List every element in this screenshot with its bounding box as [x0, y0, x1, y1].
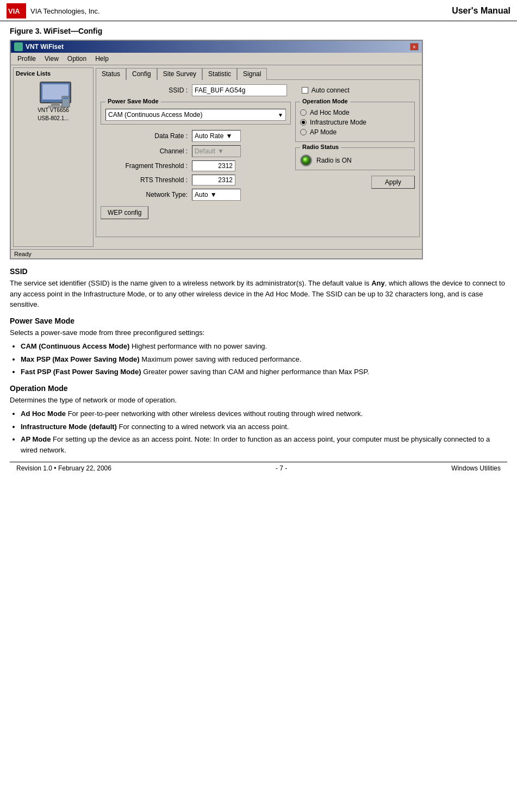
list-item: Max PSP (Max Power Saving Mode) Maximum … — [21, 354, 507, 365]
auto-connect-checkbox[interactable] — [302, 87, 308, 94]
ssid-row: SSID : Auto connect — [101, 84, 415, 96]
radio-status-group: Radio Status — [295, 147, 415, 170]
svg-point-9 — [304, 158, 307, 161]
company-name: VIA Technologies, Inc. — [30, 7, 100, 15]
list-item: CAM (Continuous Access Mode) Highest per… — [21, 341, 507, 352]
radio-status-inner: Radio is ON — [300, 154, 410, 166]
channel-value: Default — [195, 147, 215, 155]
right-column: Operation Mode Ad Hoc Mode Infrastructur… — [295, 100, 415, 219]
power-save-select[interactable]: CAM (Continuous Access Mode) ▼ — [105, 109, 286, 121]
footer-revision: Revision 1.0 • February 22, 2006 — [16, 464, 111, 472]
cam-term: CAM (Continuous Access Mode) — [21, 342, 129, 350]
power-save-intro: Selects a power-save mode from three pre… — [10, 327, 507, 338]
ap-term: AP Mode — [21, 435, 51, 443]
bottom-buttons: WEP config — [101, 206, 291, 219]
channel-label: Channel : — [101, 147, 188, 155]
maxpsp-term: Max PSP (Max Power Saving Mode) — [21, 355, 140, 363]
window-body: Device Lists — [11, 65, 422, 249]
page-header: VIA VIA Technologies, Inc. User's Manual — [0, 0, 517, 21]
fastpsp-term: Fast PSP (Fast Power Saving Mode) — [21, 368, 141, 376]
network-type-select[interactable]: Auto ▼ — [192, 189, 241, 201]
menu-help[interactable]: Help — [91, 54, 113, 64]
fastpsp-text: Greater power saving than CAM and higher… — [141, 368, 370, 376]
window-title: VNT WiFiset — [26, 43, 64, 51]
svg-rect-7 — [63, 97, 68, 99]
fragment-threshold-row: Fragment Threshold : — [101, 160, 291, 171]
data-rate-value: Auto Rate — [195, 132, 223, 140]
ssid-heading: SSID — [10, 267, 507, 276]
device-lists-panel: Device Lists — [13, 67, 94, 247]
ap-mode-radio[interactable] — [300, 129, 307, 135]
cam-text: Highest performance with no power saving… — [129, 342, 267, 350]
window-icon — [14, 42, 23, 51]
power-save-value: CAM (Continuous Access Mode) — [108, 111, 202, 119]
menu-profile[interactable]: Profile — [13, 54, 40, 64]
operation-mode-legend: Operation Mode — [300, 98, 350, 104]
menu-option[interactable]: Option — [63, 54, 91, 64]
operation-mode-section: Operation Mode Determines the type of ne… — [10, 384, 507, 456]
ap-text: For setting up the device as an access p… — [21, 435, 490, 454]
adhoc-term: Ad Hoc Mode — [21, 410, 66, 418]
fragment-threshold-label: Fragment Threshold : — [101, 162, 188, 170]
ssid-bold-any: Any — [371, 279, 385, 287]
list-item: Ad Hoc Mode For peer-to-peer networking … — [21, 408, 507, 419]
page-title: User's Manual — [452, 6, 510, 16]
power-save-arrow: ▼ — [278, 112, 283, 118]
power-save-heading: Power Save Mode — [10, 317, 507, 325]
close-button[interactable]: × — [410, 43, 419, 51]
footer-page: - 7 - — [276, 464, 287, 472]
channel-arrow: ▼ — [217, 147, 224, 155]
tab-site-survey[interactable]: Site Survey — [157, 68, 202, 80]
menu-view[interactable]: View — [40, 54, 63, 64]
channel-select[interactable]: Default ▼ — [192, 145, 241, 157]
data-rate-select[interactable]: Auto Rate ▼ — [192, 130, 241, 142]
radio-on-label: Radio is ON — [316, 157, 352, 164]
status-bar: Ready — [11, 249, 422, 258]
ssid-body: The service set identifier (SSID) is the… — [10, 278, 507, 310]
rts-threshold-label: RTS Threshold : — [101, 176, 188, 184]
infra-text: For connecting to a wired network via an… — [117, 423, 289, 431]
tab-status[interactable]: Status — [96, 68, 126, 80]
wep-config-button[interactable]: WEP config — [101, 206, 148, 219]
power-save-inner: CAM (Continuous Access Mode) ▼ — [105, 109, 286, 121]
infrastructure-mode-radio[interactable] — [300, 119, 307, 126]
header-logo: VIA VIA Technologies, Inc. — [7, 3, 100, 18]
operation-mode-inner: Ad Hoc Mode Infrastructure Mode AP Mode — [300, 109, 410, 136]
ssid-section: SSID The service set identifier (SSID) i… — [10, 267, 507, 310]
svg-rect-4 — [51, 103, 60, 106]
ap-mode-radio-row: AP Mode — [300, 128, 410, 136]
auto-connect-label: Auto connect — [312, 86, 350, 94]
network-type-row: Network Type: Auto ▼ — [101, 189, 291, 201]
figure-title: Figure 3. WiFiset—Config — [10, 27, 507, 35]
rts-threshold-row: RTS Threshold : — [101, 175, 291, 185]
menu-bar: Profile View Option Help — [11, 53, 422, 65]
two-col-layout: Power Save Mode CAM (Continuous Access M… — [101, 100, 415, 219]
via-logo: VIA — [7, 3, 26, 18]
infra-term: Infrastructure Mode (default) — [21, 423, 117, 431]
radio-status-legend: Radio Status — [300, 144, 341, 150]
auto-connect-row: Auto connect — [302, 86, 350, 94]
network-type-arrow: ▼ — [210, 191, 217, 199]
radio-on-icon — [300, 154, 312, 166]
apply-button[interactable]: Apply — [371, 176, 415, 189]
power-save-group: Power Save Mode CAM (Continuous Access M… — [101, 102, 291, 125]
left-column: Power Save Mode CAM (Continuous Access M… — [101, 100, 291, 219]
infrastructure-mode-label: Infrastructure Mode — [310, 119, 366, 126]
tab-statistic[interactable]: Statistic — [202, 68, 237, 80]
page-footer: Revision 1.0 • February 22, 2006 - 7 - W… — [10, 462, 507, 474]
tab-signal[interactable]: Signal — [237, 68, 267, 80]
fragment-threshold-input[interactable] — [192, 160, 235, 171]
device-lists-label: Device Lists — [16, 70, 91, 77]
ssid-input[interactable] — [192, 84, 287, 96]
svg-rect-5 — [48, 106, 63, 108]
tab-config[interactable]: Config — [126, 68, 157, 80]
power-save-legend: Power Save Mode — [105, 98, 161, 104]
list-item: Infrastructure Mode (default) For connec… — [21, 422, 507, 432]
operation-mode-heading: Operation Mode — [10, 384, 507, 393]
device-icon-area: VNT VT6656 USB-802.1... — [16, 81, 91, 121]
operation-mode-group: Operation Mode Ad Hoc Mode Infrastructur… — [295, 102, 415, 142]
page-content: Figure 3. WiFiset—Config VNT WiFiset × P… — [0, 21, 517, 480]
adhoc-mode-radio[interactable] — [300, 109, 307, 116]
network-type-value: Auto — [195, 191, 208, 199]
rts-threshold-input[interactable] — [192, 175, 235, 185]
